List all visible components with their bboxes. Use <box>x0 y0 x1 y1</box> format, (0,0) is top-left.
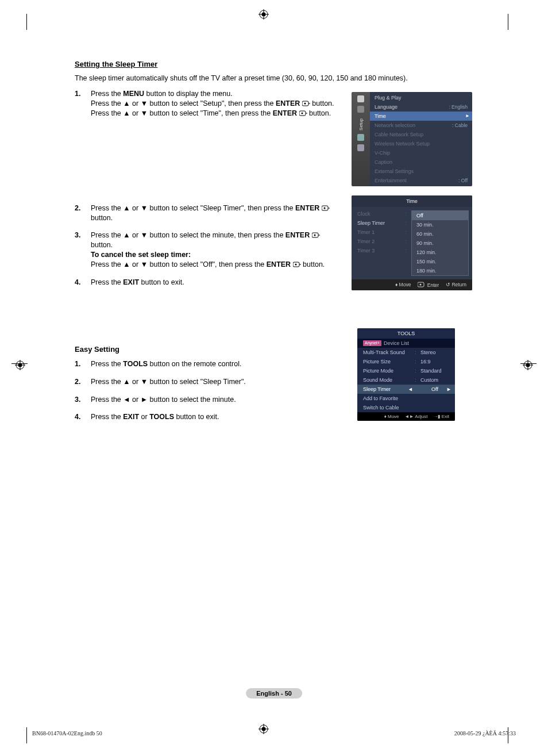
content-area: Setting the Sleep Timer The sleep timer … <box>75 60 472 430</box>
time-item-clock[interactable]: Clock <box>352 209 408 218</box>
svg-point-21 <box>323 207 325 209</box>
step-3: 3. Press the ▲ or ▼ button to select the… <box>75 231 344 270</box>
svg-point-27 <box>420 284 422 286</box>
menu-item-plug-play[interactable]: Plug & Play <box>370 93 472 102</box>
osd-footer-hints: ♦ Move Enter ↺ Return <box>352 279 472 290</box>
enter-icon <box>293 260 301 266</box>
dropdown-option-90[interactable]: 90 min. <box>412 239 468 248</box>
menu-item-cable-network: Cable Network Setup <box>370 130 472 139</box>
osd-time-title: Time <box>352 195 472 207</box>
print-metadata: BN68-01470A-02Eng.indb 50 2008-05-29 ¿ÀÈ… <box>32 730 516 736</box>
svg-point-25 <box>295 264 296 266</box>
step-number: 3. <box>75 395 91 405</box>
arrow-right-icon[interactable]: ► <box>446 386 451 392</box>
picture-icon <box>357 95 364 102</box>
osd-tools-menu: TOOLS Anynet+Device List Multi-Track Sou… <box>357 328 455 421</box>
hint-move: ♦ Move <box>384 414 399 419</box>
menu-item-wireless-network: Wireless Network Setup <box>370 139 472 148</box>
page-number-pill: English - 50 <box>246 688 302 699</box>
time-item-sleep-timer[interactable]: Sleep Timer <box>352 218 408 228</box>
section-title-sleep-timer: Setting the Sleep Timer <box>75 60 472 68</box>
enter-icon <box>299 109 307 115</box>
dropdown-option-120[interactable]: 120 min. <box>412 248 468 257</box>
indb-filename: BN68-01470A-02Eng.indb 50 <box>32 730 102 736</box>
time-item-timer2[interactable]: Timer 2 <box>352 237 408 246</box>
tools-item-picture-mode[interactable]: Picture Mode:Standard <box>357 366 455 375</box>
osd-sidebar-label: Setup <box>358 118 364 131</box>
step-body: Press the ▲ or ▼ button to select "Sleep… <box>91 204 344 223</box>
step-body: Press the ▲ or ▼ button to select the mi… <box>91 231 344 270</box>
enter-icon <box>302 99 310 105</box>
tools-item-switch-cable[interactable]: Switch to Cable <box>357 403 455 412</box>
menu-item-language[interactable]: Language: English <box>370 102 472 112</box>
osd-sidebar: Setup <box>352 92 370 186</box>
registration-mark-icon <box>15 360 25 370</box>
tools-item-device-list[interactable]: Anynet+Device List <box>357 339 455 348</box>
menu-item-caption: Caption <box>370 158 472 167</box>
crop-mark <box>26 14 27 30</box>
step-4: 4. Press the EXIT button to exit. <box>75 278 344 287</box>
anynet-tag: Anynet+ <box>363 340 381 346</box>
crop-mark <box>508 14 508 30</box>
registration-mark-icon <box>523 360 533 370</box>
step-2: 2. Press the ▲ or ▼ button to select "Sl… <box>75 204 344 223</box>
tools-item-sound-mode[interactable]: Sound Mode:Custom <box>357 375 455 385</box>
dropdown-option-30[interactable]: 30 min. <box>412 220 468 229</box>
tools-item-sleep-timer-selected[interactable]: Sleep Timer ◄ Off ► <box>357 385 455 394</box>
application-icon <box>357 144 364 151</box>
dropdown-option-180[interactable]: 180 min. <box>412 266 468 275</box>
menu-item-network-selection: Network selection: Cable <box>370 121 472 130</box>
step-body: Press the MENU button to display the men… <box>91 89 344 118</box>
dropdown-option-60[interactable]: 60 min. <box>412 229 468 239</box>
menu-item-external-settings: External Settings <box>370 167 472 176</box>
dropdown-option-off[interactable]: Off <box>412 211 468 220</box>
crop-mark <box>26 727 27 743</box>
step-number: 4. <box>75 412 91 422</box>
osd-tools-footer: ♦ Move ◄► Adjust →▮ Exit <box>357 412 455 421</box>
tools-item-mts[interactable]: Multi-Track Sound:Stereo <box>357 348 455 357</box>
menu-item-entertainment: Entertainment: Off <box>370 176 472 185</box>
section-intro: The sleep timer automatically shuts off … <box>75 74 472 82</box>
osd-time-menu: Time Clock Sleep Timer Timer 1 Timer 2 T… <box>352 195 472 290</box>
cancel-title: To cancel the set sleep timer: <box>91 251 191 259</box>
hint-move: ♦ Move <box>395 282 411 288</box>
hint-enter: Enter <box>418 282 439 288</box>
time-item-timer3[interactable]: Timer 3 <box>352 246 408 255</box>
enter-icon <box>322 204 330 210</box>
enter-icon <box>418 282 426 287</box>
registration-mark-icon <box>258 9 269 20</box>
page: Setting the Sleep Timer The sleep timer … <box>0 0 548 756</box>
osd-tools-title: TOOLS <box>357 328 455 339</box>
print-timestamp: 2008-05-29 ¿ÀÈÄ 4:57:33 <box>454 730 516 736</box>
enter-icon <box>312 231 320 237</box>
hint-return: ↺ Return <box>446 282 466 288</box>
arrow-left-icon[interactable]: ◄ <box>408 386 413 392</box>
osd-setup-menu: Setup Plug & Play Language: English Time… <box>352 92 472 186</box>
step-1: 1. Press the MENU button to display the … <box>75 89 344 118</box>
sleep-timer-dropdown[interactable]: Off 30 min. 60 min. 90 min. 120 min. 150… <box>411 210 469 276</box>
svg-point-23 <box>314 235 315 236</box>
step-number: 2. <box>75 204 91 223</box>
menu-item-time-selected[interactable]: Time <box>370 112 472 121</box>
dropdown-option-150[interactable]: 150 min. <box>412 257 468 266</box>
input-icon <box>357 134 364 141</box>
tools-item-add-favorite[interactable]: Add to Favorite <box>357 394 455 403</box>
step-body: Press the EXIT button to exit. <box>91 278 344 287</box>
step-number: 1. <box>75 89 91 118</box>
menu-item-vchip: V-Chip <box>370 148 472 158</box>
time-item-timer1[interactable]: Timer 1 <box>352 228 408 237</box>
svg-point-19 <box>301 112 303 114</box>
step-number: 4. <box>75 278 91 287</box>
hint-exit: →▮ Exit <box>433 414 449 419</box>
gear-icon <box>357 106 364 113</box>
svg-point-17 <box>304 102 306 104</box>
hint-adjust: ◄► Adjust <box>405 414 428 419</box>
step-number: 1. <box>75 359 91 369</box>
step-number: 2. <box>75 377 91 387</box>
tools-item-picture-size[interactable]: Picture Size:16:9 <box>357 357 455 366</box>
step-number: 3. <box>75 231 91 270</box>
